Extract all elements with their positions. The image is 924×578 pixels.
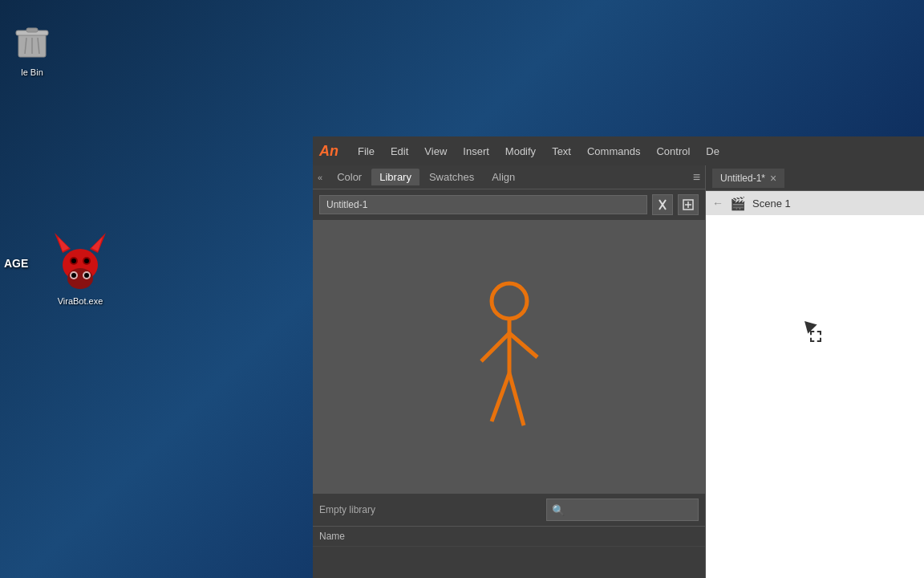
virabot-icon[interactable]: ViraBot.exe [48,229,112,306]
library-dropdown[interactable]: Untitled-1 [319,195,647,214]
stage-panel: Untitled-1* × ← 🎬 Scene 1 [706,165,924,578]
panel-menu-button[interactable]: ≡ [693,170,700,185]
stage-canvas[interactable] [706,215,924,578]
panel-area: « Color Library Swatches Align ≡ Untitle… [313,165,924,578]
svg-point-18 [71,273,76,278]
library-new-button[interactable] [678,194,699,215]
menu-bar: An File Edit View Insert Modify Text Com… [313,136,924,165]
age-label: AGE [4,257,28,270]
scene-name: Scene 1 [752,197,791,210]
library-panel: « Color Library Swatches Align ≡ Untitle… [313,165,706,578]
stage-tab-bar: Untitled-1* × [706,165,924,191]
tab-swatches[interactable]: Swatches [421,169,482,185]
library-search-row: Empty library 🔍 [313,493,705,526]
svg-point-19 [84,273,89,278]
svg-line-29 [492,373,509,421]
empty-library-label: Empty library [319,504,540,515]
recycle-bin-icon[interactable]: le Bin [0,16,64,77]
stage-tab[interactable]: Untitled-1* × [712,169,784,188]
menu-control[interactable]: Control [650,142,696,161]
animate-window: An File Edit View Insert Modify Text Com… [313,136,924,578]
name-column-header: Name [319,531,345,542]
library-name-header: Name [313,526,705,546]
breadcrumb-back-button[interactable]: ← [712,197,723,210]
search-input[interactable] [565,501,693,519]
svg-line-28 [509,333,537,357]
menu-insert[interactable]: Insert [456,142,496,161]
tab-align[interactable]: Align [484,169,523,185]
menu-de[interactable]: De [699,142,726,161]
an-logo: An [319,143,338,160]
tab-library[interactable]: Library [371,169,419,185]
desktop: le Bin AGE [0,0,924,578]
stage-tab-label: Untitled-1* [720,173,765,184]
svg-point-14 [84,258,89,263]
menu-edit[interactable]: Edit [384,142,415,161]
stage-tab-close-button[interactable]: × [770,172,776,185]
svg-point-25 [492,283,527,319]
menu-text[interactable]: Text [545,142,578,161]
svg-line-27 [481,333,509,361]
library-preview [313,221,705,493]
svg-line-30 [509,373,524,425]
menu-file[interactable]: File [351,142,381,161]
svg-point-15 [67,268,93,289]
library-toolbar: Untitled-1 [313,189,705,221]
tab-color[interactable]: Color [329,169,370,185]
library-empty-area [313,546,705,578]
scene-breadcrumb: ← 🎬 Scene 1 [706,191,924,215]
svg-rect-2 [26,28,38,32]
stickfigure-svg [461,269,557,446]
panel-header: « Color Library Swatches Align ≡ [313,165,705,189]
recycle-bin-label: le Bin [21,67,43,77]
scene-icon: 🎬 [730,196,746,211]
search-icon: 🔍 [552,504,565,516]
menu-modify[interactable]: Modify [499,142,542,161]
collapse-button[interactable]: « [318,173,322,182]
svg-point-13 [71,258,76,263]
menu-commands[interactable]: Commands [581,142,646,161]
menu-view[interactable]: View [418,142,453,161]
virabot-label: ViraBot.exe [58,296,103,306]
library-pin-button[interactable] [652,194,673,215]
